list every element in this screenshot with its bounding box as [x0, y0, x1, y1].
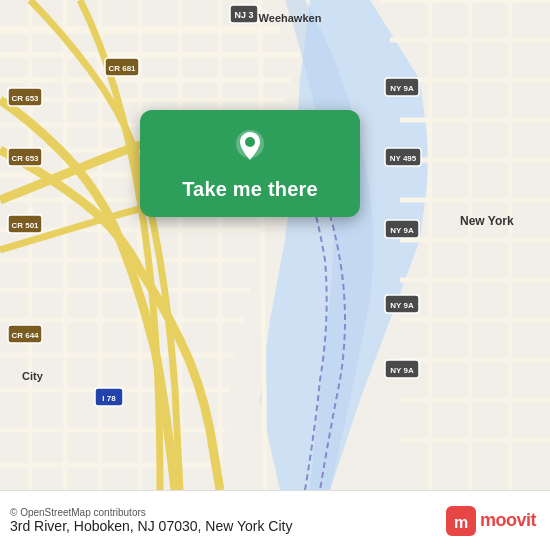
svg-text:NY 9A: NY 9A — [390, 301, 414, 310]
svg-text:NY 9A: NY 9A — [390, 226, 414, 235]
svg-text:CR 644: CR 644 — [11, 331, 39, 340]
svg-text:CR 653: CR 653 — [11, 154, 39, 163]
map-container: NJ 3 CR 653 CR 681 CR 653 CR 501 CR 644 … — [0, 0, 550, 490]
svg-text:CR 653: CR 653 — [11, 94, 39, 103]
take-me-there-label: Take me there — [182, 178, 318, 201]
svg-text:I 78: I 78 — [102, 394, 116, 403]
location-pin-icon — [231, 128, 269, 170]
svg-text:CR 501: CR 501 — [11, 221, 39, 230]
svg-text:m: m — [454, 514, 468, 531]
svg-text:CR 681: CR 681 — [108, 64, 136, 73]
svg-text:City: City — [22, 370, 44, 382]
location-text: 3rd River, Hoboken, NJ 07030, New York C… — [10, 518, 292, 534]
moovit-name: moovit — [480, 510, 536, 531]
footer-left: © OpenStreetMap contributors 3rd River, … — [10, 507, 292, 534]
footer-bar: © OpenStreetMap contributors 3rd River, … — [0, 490, 550, 550]
moovit-icon: m — [446, 506, 476, 536]
svg-text:NJ 3: NJ 3 — [234, 10, 253, 20]
take-me-there-popup[interactable]: Take me there — [140, 110, 360, 217]
svg-point-68 — [245, 137, 255, 147]
osm-credit: © OpenStreetMap contributors — [10, 507, 292, 518]
svg-text:New York: New York — [460, 214, 514, 228]
svg-text:Weehawken: Weehawken — [259, 12, 322, 24]
map-background: NJ 3 CR 653 CR 681 CR 653 CR 501 CR 644 … — [0, 0, 550, 490]
svg-text:NY 9A: NY 9A — [390, 84, 414, 93]
moovit-logo: m moovit — [446, 506, 536, 536]
svg-text:NY 495: NY 495 — [390, 154, 417, 163]
svg-text:NY 9A: NY 9A — [390, 366, 414, 375]
